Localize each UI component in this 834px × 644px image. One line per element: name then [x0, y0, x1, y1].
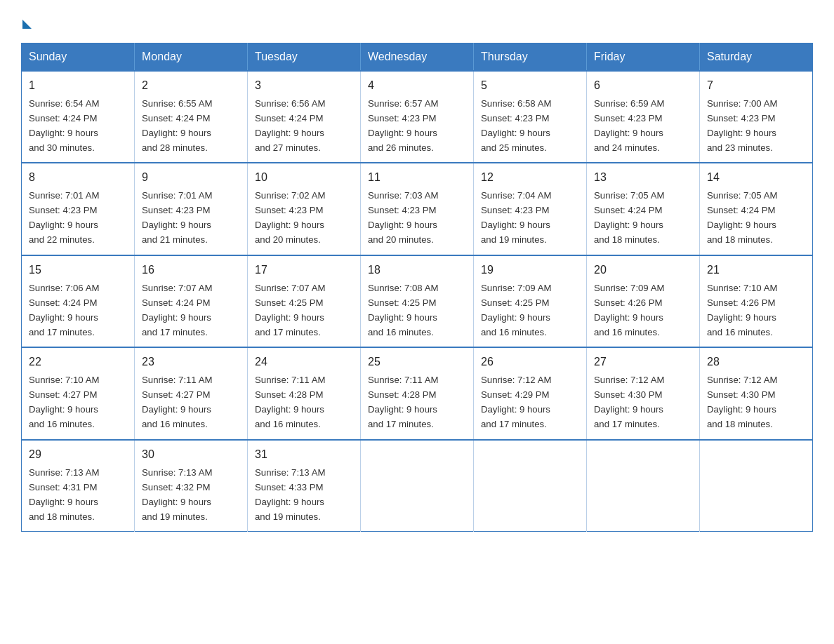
weekday-header-sunday: Sunday: [22, 43, 135, 72]
calendar-cell: [700, 440, 813, 532]
day-number: 1: [29, 77, 127, 95]
day-info: Sunrise: 7:12 AMSunset: 4:29 PMDaylight:…: [481, 375, 551, 429]
day-number: 13: [594, 169, 692, 187]
calendar-week-row: 22Sunrise: 7:10 AMSunset: 4:27 PMDayligh…: [22, 347, 813, 439]
weekday-header-wednesday: Wednesday: [361, 43, 474, 72]
weekday-header-thursday: Thursday: [474, 43, 587, 72]
day-number: 25: [368, 354, 466, 371]
calendar-cell: 18Sunrise: 7:08 AMSunset: 4:25 PMDayligh…: [361, 255, 474, 347]
day-number: 28: [707, 354, 805, 371]
calendar-cell: 14Sunrise: 7:05 AMSunset: 4:24 PMDayligh…: [700, 163, 813, 255]
day-info: Sunrise: 6:54 AMSunset: 4:24 PMDaylight:…: [29, 98, 99, 153]
day-number: 16: [142, 262, 240, 279]
calendar-cell: 25Sunrise: 7:11 AMSunset: 4:28 PMDayligh…: [361, 347, 474, 439]
calendar-table: SundayMondayTuesdayWednesdayThursdayFrid…: [21, 43, 813, 532]
day-info: Sunrise: 7:02 AMSunset: 4:23 PMDaylight:…: [255, 190, 325, 245]
day-info: Sunrise: 6:56 AMSunset: 4:24 PMDaylight:…: [255, 98, 325, 153]
day-info: Sunrise: 7:06 AMSunset: 4:24 PMDaylight:…: [29, 283, 99, 337]
day-number: 21: [707, 262, 805, 279]
day-number: 4: [368, 77, 466, 95]
calendar-cell: 21Sunrise: 7:10 AMSunset: 4:26 PMDayligh…: [700, 255, 813, 347]
calendar-cell: 16Sunrise: 7:07 AMSunset: 4:24 PMDayligh…: [135, 255, 248, 347]
day-info: Sunrise: 7:09 AMSunset: 4:25 PMDaylight:…: [481, 283, 551, 337]
day-info: Sunrise: 7:13 AMSunset: 4:31 PMDaylight:…: [29, 467, 99, 522]
calendar-cell: 7Sunrise: 7:00 AMSunset: 4:23 PMDaylight…: [700, 71, 813, 163]
calendar-cell: 2Sunrise: 6:55 AMSunset: 4:24 PMDaylight…: [135, 71, 248, 163]
calendar-cell: 10Sunrise: 7:02 AMSunset: 4:23 PMDayligh…: [248, 163, 361, 255]
day-number: 19: [481, 262, 579, 279]
day-number: 7: [707, 77, 805, 95]
day-number: 15: [29, 262, 127, 279]
day-number: 24: [255, 354, 353, 371]
day-info: Sunrise: 7:03 AMSunset: 4:23 PMDaylight:…: [368, 190, 438, 245]
logo-triangle-icon: [22, 20, 32, 29]
calendar-cell: [587, 440, 700, 532]
day-number: 20: [594, 262, 692, 279]
day-number: 23: [142, 354, 240, 371]
day-number: 6: [594, 77, 692, 95]
day-number: 11: [368, 169, 466, 187]
day-number: 3: [255, 77, 353, 95]
day-info: Sunrise: 7:10 AMSunset: 4:26 PMDaylight:…: [707, 283, 777, 337]
day-number: 12: [481, 169, 579, 187]
calendar-cell: 11Sunrise: 7:03 AMSunset: 4:23 PMDayligh…: [361, 163, 474, 255]
day-info: Sunrise: 6:55 AMSunset: 4:24 PMDaylight:…: [142, 98, 212, 153]
day-number: 17: [255, 262, 353, 279]
day-number: 10: [255, 169, 353, 187]
calendar-cell: 26Sunrise: 7:12 AMSunset: 4:29 PMDayligh…: [474, 347, 587, 439]
weekday-header-saturday: Saturday: [700, 43, 813, 72]
day-info: Sunrise: 7:07 AMSunset: 4:25 PMDaylight:…: [255, 283, 325, 337]
day-info: Sunrise: 7:05 AMSunset: 4:24 PMDaylight:…: [707, 190, 777, 245]
day-info: Sunrise: 7:08 AMSunset: 4:25 PMDaylight:…: [368, 283, 438, 337]
calendar-cell: 27Sunrise: 7:12 AMSunset: 4:30 PMDayligh…: [587, 347, 700, 439]
calendar-cell: [474, 440, 587, 532]
page-header: [21, 14, 813, 30]
calendar-cell: 6Sunrise: 6:59 AMSunset: 4:23 PMDaylight…: [587, 71, 700, 163]
day-info: Sunrise: 7:07 AMSunset: 4:24 PMDaylight:…: [142, 283, 212, 337]
calendar-cell: 23Sunrise: 7:11 AMSunset: 4:27 PMDayligh…: [135, 347, 248, 439]
day-info: Sunrise: 7:12 AMSunset: 4:30 PMDaylight:…: [594, 375, 664, 429]
day-info: Sunrise: 7:04 AMSunset: 4:23 PMDaylight:…: [481, 190, 551, 245]
calendar-week-row: 1Sunrise: 6:54 AMSunset: 4:24 PMDaylight…: [22, 71, 813, 163]
day-info: Sunrise: 7:09 AMSunset: 4:26 PMDaylight:…: [594, 283, 664, 337]
day-info: Sunrise: 6:57 AMSunset: 4:23 PMDaylight:…: [368, 98, 438, 153]
day-number: 29: [29, 446, 127, 464]
day-info: Sunrise: 7:11 AMSunset: 4:28 PMDaylight:…: [255, 375, 325, 429]
weekday-header-friday: Friday: [587, 43, 700, 72]
day-info: Sunrise: 7:13 AMSunset: 4:33 PMDaylight:…: [255, 467, 325, 522]
day-info: Sunrise: 7:01 AMSunset: 4:23 PMDaylight:…: [29, 190, 99, 245]
calendar-cell: 17Sunrise: 7:07 AMSunset: 4:25 PMDayligh…: [248, 255, 361, 347]
day-number: 9: [142, 169, 240, 187]
calendar-cell: 3Sunrise: 6:56 AMSunset: 4:24 PMDaylight…: [248, 71, 361, 163]
calendar-cell: 22Sunrise: 7:10 AMSunset: 4:27 PMDayligh…: [22, 347, 135, 439]
day-info: Sunrise: 7:00 AMSunset: 4:23 PMDaylight:…: [707, 98, 777, 153]
day-info: Sunrise: 7:11 AMSunset: 4:28 PMDaylight:…: [368, 375, 438, 429]
weekday-header-monday: Monday: [135, 43, 248, 72]
calendar-cell: 19Sunrise: 7:09 AMSunset: 4:25 PMDayligh…: [474, 255, 587, 347]
day-number: 31: [255, 446, 353, 464]
day-info: Sunrise: 7:05 AMSunset: 4:24 PMDaylight:…: [594, 190, 664, 245]
day-info: Sunrise: 6:58 AMSunset: 4:23 PMDaylight:…: [481, 98, 551, 153]
calendar-cell: 5Sunrise: 6:58 AMSunset: 4:23 PMDaylight…: [474, 71, 587, 163]
day-info: Sunrise: 7:11 AMSunset: 4:27 PMDaylight:…: [142, 375, 212, 429]
logo: [21, 20, 32, 30]
calendar-cell: [361, 440, 474, 532]
calendar-cell: 1Sunrise: 6:54 AMSunset: 4:24 PMDaylight…: [22, 71, 135, 163]
day-info: Sunrise: 7:13 AMSunset: 4:32 PMDaylight:…: [142, 467, 212, 522]
calendar-cell: 4Sunrise: 6:57 AMSunset: 4:23 PMDaylight…: [361, 71, 474, 163]
day-number: 8: [29, 169, 127, 187]
calendar-cell: 13Sunrise: 7:05 AMSunset: 4:24 PMDayligh…: [587, 163, 700, 255]
calendar-cell: 24Sunrise: 7:11 AMSunset: 4:28 PMDayligh…: [248, 347, 361, 439]
calendar-cell: 12Sunrise: 7:04 AMSunset: 4:23 PMDayligh…: [474, 163, 587, 255]
day-number: 27: [594, 354, 692, 371]
calendar-cell: 29Sunrise: 7:13 AMSunset: 4:31 PMDayligh…: [22, 440, 135, 532]
day-number: 22: [29, 354, 127, 371]
day-number: 2: [142, 77, 240, 95]
calendar-week-row: 29Sunrise: 7:13 AMSunset: 4:31 PMDayligh…: [22, 440, 813, 532]
calendar-cell: 9Sunrise: 7:01 AMSunset: 4:23 PMDaylight…: [135, 163, 248, 255]
calendar-header-row: SundayMondayTuesdayWednesdayThursdayFrid…: [22, 43, 813, 72]
calendar-cell: 20Sunrise: 7:09 AMSunset: 4:26 PMDayligh…: [587, 255, 700, 347]
calendar-week-row: 8Sunrise: 7:01 AMSunset: 4:23 PMDaylight…: [22, 163, 813, 255]
calendar-cell: 15Sunrise: 7:06 AMSunset: 4:24 PMDayligh…: [22, 255, 135, 347]
calendar-cell: 31Sunrise: 7:13 AMSunset: 4:33 PMDayligh…: [248, 440, 361, 532]
